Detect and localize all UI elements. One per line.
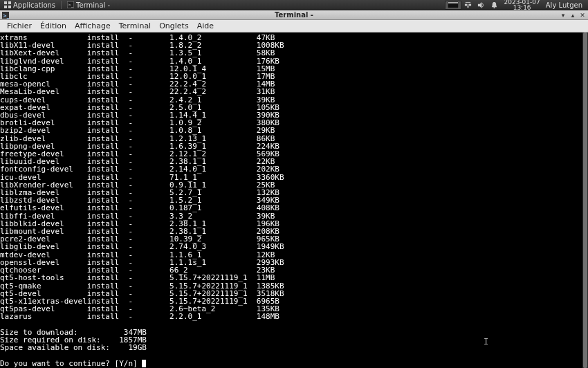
taskbar-item-label: Terminal - (76, 1, 110, 9)
terminal-line: libXext-devel install - 1.3.5_1 58KB (0, 49, 588, 57)
taskbar-thumbnail[interactable] (445, 1, 461, 10)
terminal-line: qt5-host-tools install - 5.15.7+20221119… (0, 274, 588, 282)
network-icon[interactable] (464, 1, 472, 9)
svg-rect-0 (4, 1, 7, 4)
window-close-button[interactable]: ✕ (578, 11, 587, 19)
svg-marker-12 (478, 1, 482, 8)
app-menubar: Fichier Édition Affichage Terminal Ongle… (0, 20, 588, 33)
terminal-line: fontconfig-devel install - 2.14.0_1 202K… (0, 165, 588, 173)
applications-menu[interactable]: Applications (1, 0, 58, 10)
svg-rect-7 (448, 2, 458, 3)
notification-icon[interactable] (490, 1, 498, 9)
terminal-prompt-line[interactable]: Do you want to continue? [Y/n] (0, 360, 588, 367)
svg-rect-11 (466, 1, 470, 2)
terminal-scrollbar[interactable] (582, 33, 588, 368)
terminal-icon: >_ (67, 1, 74, 8)
menu-file[interactable]: Fichier (3, 20, 36, 32)
svg-text:>_: >_ (3, 13, 9, 19)
terminal-line: libglib-devel install - 2.74.0_3 1949KB (0, 243, 588, 250)
desktop-top-panel: Applications >_ Terminal - 2023-01-07 13… (0, 0, 588, 10)
terminal-line: bzip2-devel install - 1.0.8_1 29KB (0, 127, 588, 134)
menu-view[interactable]: Affichage (71, 20, 115, 32)
scrollbar-thumb[interactable] (583, 33, 587, 368)
svg-rect-3 (8, 6, 11, 8)
grid-icon (4, 1, 11, 8)
svg-rect-13 (494, 7, 495, 8)
panel-clock[interactable]: 2023-01-07 13:16 (504, 0, 540, 10)
terminal-line: lazarus install - 2.2.0_1 148MB (0, 313, 588, 320)
panel-separator (61, 1, 62, 9)
terminal-block-cursor (142, 360, 146, 367)
volume-icon[interactable] (477, 1, 485, 9)
panel-user-name[interactable]: Aly Lutgen (546, 1, 582, 9)
terminal-line: Space available on disk: 19GB (0, 344, 588, 351)
menu-tabs[interactable]: Onglets (155, 20, 192, 32)
terminal-line: elfutils-devel install - 0.187_1 408KB (0, 204, 588, 212)
window-minimize-button[interactable]: ▾ (559, 11, 567, 19)
taskbar-item-terminal[interactable]: >_ Terminal - (64, 0, 113, 10)
terminal-line: MesaLib-devel install - 22.2.4_2 31KB (0, 88, 588, 95)
svg-rect-2 (4, 6, 7, 8)
svg-text:>_: >_ (68, 2, 74, 8)
applications-label: Applications (13, 1, 55, 9)
window-app-icon: >_ (2, 12, 9, 19)
window-thumb-icon (448, 1, 459, 8)
window-title: Terminal - (0, 11, 588, 19)
menu-terminal[interactable]: Terminal (115, 20, 156, 32)
menu-help[interactable]: Aide (193, 20, 218, 32)
window-maximize-button[interactable]: ▴ (569, 11, 577, 19)
menu-edit[interactable]: Édition (36, 20, 71, 32)
terminal-viewport[interactable]: xtrans install - 1.4.0_2 47KBlibX11-deve… (0, 33, 588, 368)
svg-rect-9 (469, 3, 472, 6)
window-titlebar[interactable]: >_ Terminal - ▾ ▴ ✕ (0, 10, 588, 20)
svg-rect-1 (8, 1, 11, 4)
svg-rect-10 (468, 6, 469, 8)
panel-time: 13:16 (504, 5, 540, 10)
svg-rect-8 (465, 3, 468, 6)
terminal-prompt-text: Do you want to continue? [Y/n] (0, 359, 142, 368)
